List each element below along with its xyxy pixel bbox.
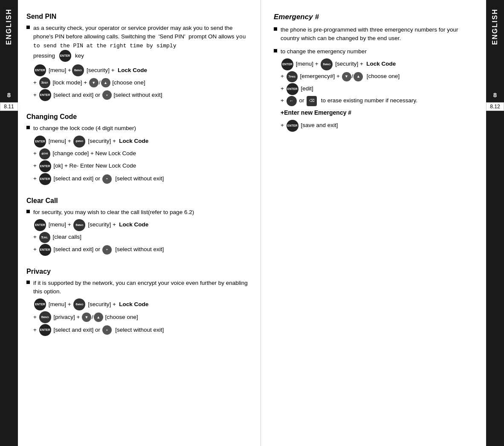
nav-up-2: ▲ — [94, 313, 103, 322]
clear-call-steps: ENTER [menu] + 6MNO [security] + Lock Co… — [33, 219, 248, 256]
bullet-emergency-1: the phone is pre-programmed with three e… — [274, 26, 478, 43]
enter-new-label: +Enter new Emergency # — [281, 108, 478, 118]
bullet-square-2 — [26, 126, 30, 129]
step-1: ENTER [menu] + 6MNO [security] + Lock Co… — [33, 64, 248, 76]
bullet-square-4 — [26, 281, 30, 284]
enter-icon-5: ENTER — [34, 219, 46, 231]
mono-text: you to send the PIN at the right time by… — [33, 34, 246, 49]
bullet-square — [26, 26, 30, 29]
enter-btn-icon: ENTER — [59, 50, 71, 62]
sidebar-left: ENGLISH — [0, 0, 18, 446]
sidebar-left-label: ENGLISH — [5, 9, 13, 45]
em-save-step: + ENTER [save and exit] — [281, 120, 478, 132]
section-title-send-pin: Send PIN — [26, 13, 248, 20]
enter-icon: ENTER — [34, 64, 46, 76]
bullet-text-privacy: if it is supported by the network, you c… — [33, 279, 248, 296]
bullet-text-changing-code: to change the lock code (4 digit number) — [33, 124, 136, 133]
section-emergency: Emergency # the phone is pre-programmed … — [274, 13, 478, 132]
ok-icon-2: ENTER — [39, 160, 51, 172]
bullet-text-clear-call: for security, you may wish to clear the … — [33, 208, 194, 217]
sidebar-right: ENGLISH — [486, 0, 504, 446]
cc-step-4: + ENTER [select and exit] or ▪ [select w… — [33, 173, 248, 185]
bullet-text-em1: the phone is pre-programmed with three e… — [281, 26, 478, 43]
emergency-num-icon: 7PRS — [287, 71, 298, 82]
enter-icon-8: ENTER — [39, 324, 51, 336]
step-2: + 3DEF [lock mode] + ▼ / ▲ [choose one] — [33, 77, 248, 88]
page-number-right: 8 — [486, 90, 504, 100]
bullet-changing-code-1: to change the lock code (4 digit number) — [26, 124, 248, 133]
privacy-icon: 6MNO — [39, 311, 51, 323]
bullet-privacy-1: if it is supported by the network, you c… — [26, 279, 248, 296]
section-changing-code: Changing Code to change the lock code (4… — [26, 113, 248, 185]
security-em-1: 6MNO — [321, 58, 333, 70]
enter-icon-7: ENTER — [34, 298, 46, 310]
bullet-square-em1 — [274, 27, 277, 31]
enter-icon-3: ENTER — [34, 136, 46, 148]
prv-step-3: + ENTER [select and exit] or ▪ [select w… — [33, 324, 248, 336]
clearcalls-icon: 5JKL — [39, 232, 50, 243]
nav-up: ▲ — [101, 78, 110, 87]
bullet-square-3 — [26, 210, 30, 213]
enter-em-2: ENTER — [287, 83, 298, 95]
bullet-send-pin-1: as a security check, your operator or se… — [26, 24, 248, 62]
security-icon: 6MNO — [72, 64, 84, 76]
security-icon-2: 6MNO — [73, 136, 85, 148]
em-step-2: + 7PRS [emergency#] + ▼ / ▲ [choose one] — [281, 71, 478, 82]
cc-step-2: + 4GHI [change code] + New Lock Code — [33, 148, 248, 159]
security-icon-3: 6MNO — [73, 219, 85, 231]
right-column: Emergency # the phone is pre-programmed … — [261, 0, 486, 446]
clr-step-3: + ENTER [select and exit] or ▪ [select w… — [33, 244, 248, 256]
prv-step-2: + 6MNO [privacy] + ▼ / ▲ [choose one] — [33, 311, 248, 323]
page-sub-left: 8.11 — [0, 102, 18, 111]
changing-code-steps: ENTER [menu] + 6MNO [security] + Lock Co… — [33, 136, 248, 185]
security-icon-4: 6MNO — [73, 298, 85, 310]
em-step-4: + ← or ⌫ to erase existing number if nec… — [281, 96, 478, 106]
section-title-clear-call: Clear Call — [26, 197, 248, 205]
bullet-text-em2: to change the emergency number — [281, 47, 367, 56]
enter-icon-4: ENTER — [39, 173, 51, 185]
prv-step-1: ENTER [menu] + 6MNO [security] + Lock Co… — [33, 298, 248, 310]
nav-down-em: ▼ — [342, 72, 351, 81]
cc-step-1: ENTER [menu] + 6MNO [security] + Lock Co… — [33, 136, 248, 148]
page-number-left: 8 — [0, 90, 18, 100]
clr-step-1: ENTER [menu] + 6MNO [security] + Lock Co… — [33, 219, 248, 231]
enter-icon-6: ENTER — [39, 244, 51, 256]
privacy-steps: ENTER [menu] + 6MNO [security] + Lock Co… — [33, 298, 248, 336]
enter-icon-2: ENTER — [39, 89, 51, 101]
section-send-pin: Send PIN as a security check, your opera… — [26, 13, 248, 101]
section-title-changing-code: Changing Code — [26, 113, 248, 121]
left-column: Send PIN as a security check, your opera… — [18, 0, 261, 446]
bullet-text-send-pin-1: as a security check, your operator or se… — [33, 24, 248, 62]
bullet-square-em2 — [274, 49, 277, 52]
send-pin-steps: ENTER [menu] + 6MNO [security] + Lock Co… — [33, 64, 248, 101]
cc-step-3: + ENTER [ok] + Re- Enter New Lock Code — [33, 160, 248, 172]
lockmode-icon: 3DEF — [39, 77, 50, 88]
bullet-clear-call-1: for security, you may wish to clear the … — [26, 208, 248, 217]
enter-em-save: ENTER — [287, 120, 298, 132]
step-3: + ENTER [select and exit] or ▪ [select w… — [33, 89, 248, 101]
ok-icon-3: ▪ — [102, 174, 112, 184]
bullet-emergency-2: to change the emergency number — [274, 47, 478, 56]
emergency-steps: ENTER [menu] + 6MNO [security] + Lock Co… — [281, 58, 478, 132]
ok-icon-5: ▪ — [102, 325, 112, 335]
ok-icon: ▪ — [102, 90, 112, 100]
nav-up-em: ▲ — [353, 72, 363, 81]
ok-icon-4: ▪ — [102, 245, 112, 255]
back-em-icon: ← — [287, 96, 297, 106]
section-title-emergency: Emergency # — [274, 13, 478, 21]
section-clear-call: Clear Call for security, you may wish to… — [26, 197, 248, 256]
clr-step-2: + 5JKL [clear calls] — [33, 232, 248, 243]
em-step-1: ENTER [menu] + 6MNO [security] + Lock Co… — [281, 58, 478, 70]
section-privacy: Privacy if it is supported by the networ… — [26, 268, 248, 336]
main-content: Send PIN as a security check, your opera… — [18, 0, 486, 446]
em-step-3: + ENTER [edit] — [281, 83, 478, 95]
changecode-icon: 4GHI — [39, 148, 50, 159]
erase-em-icon: ⌫ — [307, 96, 317, 106]
nav-down: ▼ — [89, 78, 98, 87]
enter-em-1: ENTER — [281, 58, 293, 70]
section-title-privacy: Privacy — [26, 268, 248, 275]
sidebar-right-label: ENGLISH — [491, 9, 499, 45]
nav-down-2: ▼ — [82, 313, 91, 322]
page-sub-right: 8.12 — [486, 102, 504, 111]
